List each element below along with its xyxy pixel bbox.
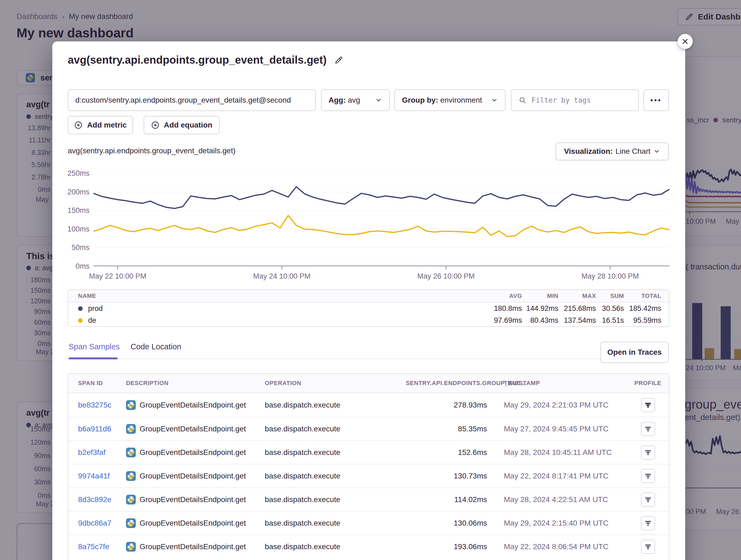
series-min: 80.43ms <box>522 316 558 325</box>
series-summary-table: NAMEAVGMINMAXSUMTOTAL prod180.8ms144.92m… <box>68 290 669 327</box>
profile-button[interactable] <box>641 422 655 436</box>
span-samples-table: SPAN IDDESCRIPTIONOPERATIONSENTRY.API.EN… <box>68 373 669 560</box>
filter-placeholder: Filter by tags <box>532 96 591 104</box>
span-description: GroupEventDetailsEndpoint.get <box>126 542 265 552</box>
search-icon <box>519 96 527 104</box>
summary-row: de97.69ms80.43ms137.54ms16.51s95.59ms <box>68 314 669 326</box>
profiling-icon <box>644 425 652 433</box>
x-axis-tick: May 24 10:00 PM <box>253 272 311 281</box>
samples-column-header: DESCRIPTION <box>126 380 265 387</box>
visualization-dropdown[interactable]: Visualization: Line Chart <box>556 143 669 160</box>
close-icon[interactable] <box>678 34 693 49</box>
samples-column-header: SENTRY.API.ENDPOINTS.GROUP_EVE... <box>406 380 487 387</box>
summary-column-header: MAX <box>558 293 596 300</box>
edit-title-pencil-icon[interactable] <box>334 56 343 65</box>
span-description: GroupEventDetailsEndpoint.get <box>126 448 265 457</box>
x-axis-tick: May 26 10:00 PM <box>417 272 475 281</box>
samples-column-header: PROFILE <box>634 380 669 387</box>
series-avg: 180.8ms <box>487 304 522 313</box>
profile-button[interactable] <box>641 540 655 554</box>
series-total: 95.59ms <box>624 316 661 325</box>
python-icon <box>126 495 136 504</box>
span-duration: 193.06ms <box>406 542 487 551</box>
span-duration: 152.6ms <box>406 448 487 457</box>
span-operation: base.dispatch.execute <box>265 472 406 480</box>
span-operation: base.dispatch.execute <box>265 401 406 409</box>
x-axis-labels: May 22 10:00 PMMay 24 10:00 PMMay 26 10:… <box>93 272 669 282</box>
tab-span-samples[interactable]: Span Samples <box>69 342 120 351</box>
span-duration: 114.02ms <box>406 495 487 504</box>
summary-column-header: AVG <box>487 293 522 300</box>
span-id-link[interactable]: b6a911d6 <box>78 425 112 433</box>
tab-code-location[interactable]: Code Location <box>131 342 181 351</box>
series-sum: 16.51s <box>596 316 624 325</box>
x-axis-tick: May 28 10:00 PM <box>581 272 639 281</box>
span-description: GroupEventDetailsEndpoint.get <box>126 400 265 410</box>
y-axis-tick: 0ms <box>76 262 89 270</box>
span-operation: base.dispatch.execute <box>265 425 406 433</box>
table-row: 9974a41fGroupEventDetailsEndpoint.getbas… <box>68 464 669 487</box>
metric-query-value[interactable] <box>75 96 308 104</box>
span-duration: 85.35ms <box>406 425 487 433</box>
python-icon <box>126 424 136 434</box>
span-operation: base.dispatch.execute <box>265 519 406 528</box>
profile-button[interactable] <box>641 398 655 412</box>
tab-bar: Span Samples Code Location <box>69 342 181 351</box>
table-row: 8d3c892eGroupEventDetailsEndpoint.getbas… <box>68 487 669 511</box>
table-row: b2ef3fafGroupEventDetailsEndpoint.getbas… <box>68 440 669 464</box>
span-description: GroupEventDetailsEndpoint.get <box>126 495 265 504</box>
summary-column-header: SUM <box>596 293 624 300</box>
summary-header-row: NAMEAVGMINMAXSUMTOTAL <box>68 290 669 303</box>
span-timestamp: May 29, 2024 2:21:03 PM UTC <box>487 401 634 409</box>
series-color-dot <box>78 318 83 323</box>
y-axis-tick: 250ms <box>67 169 89 178</box>
samples-column-header: OPERATION <box>265 380 406 387</box>
series-max: 137.54ms <box>558 316 596 325</box>
span-operation: base.dispatch.execute <box>265 495 406 504</box>
python-icon <box>126 518 136 528</box>
active-tab-underline <box>69 357 118 359</box>
span-description: GroupEventDetailsEndpoint.get <box>126 424 265 434</box>
span-timestamp: May 28, 2024 10:45:11 AM UTC <box>487 448 634 457</box>
add-metric-button[interactable]: Add metric <box>68 116 133 134</box>
series-total: 185.42ms <box>624 304 661 313</box>
filter-by-tags-input[interactable]: Filter by tags <box>511 89 639 111</box>
metric-query-input[interactable] <box>68 89 316 111</box>
dashboard-page: Dashboards › My new dashboard My new das… <box>0 0 741 560</box>
span-id-link[interactable]: 9dbc86a7 <box>78 519 112 527</box>
add-equation-button[interactable]: Add equation <box>144 116 219 134</box>
group-by-dropdown[interactable]: Group by: environment <box>394 89 506 111</box>
profiling-icon <box>644 472 652 480</box>
summary-row: prod180.8ms144.92ms215.68ms30.56s185.42m… <box>68 303 669 314</box>
series-sum: 30.56s <box>596 304 624 313</box>
span-timestamp: May 28, 2024 4:22:51 AM UTC <box>487 495 634 504</box>
metric-line-chart[interactable] <box>93 174 669 270</box>
profile-button[interactable] <box>641 516 655 530</box>
profile-button[interactable] <box>641 493 655 507</box>
aggregation-dropdown[interactable]: Agg: avg <box>321 89 390 111</box>
span-id-link[interactable]: 9974a41f <box>78 472 110 480</box>
summary-column-header: TOTAL <box>624 293 661 300</box>
span-description: GroupEventDetailsEndpoint.get <box>126 518 265 528</box>
span-operation: base.dispatch.execute <box>265 448 406 457</box>
x-axis-tick: May 22 10:00 PM <box>89 272 146 281</box>
samples-column-header: TIMESTAMP <box>487 380 634 387</box>
profile-button[interactable] <box>641 469 655 483</box>
samples-column-header: SPAN ID <box>68 380 126 387</box>
series-min: 144.92ms <box>522 304 558 313</box>
span-id-link[interactable]: b2ef3faf <box>78 448 106 457</box>
span-id-link[interactable]: 8a75c7fe <box>78 542 109 551</box>
more-options-button[interactable]: ••• <box>644 89 669 111</box>
y-axis-tick: 50ms <box>72 243 89 252</box>
table-row: b6a911d6GroupEventDetailsEndpoint.getbas… <box>68 417 669 440</box>
span-id-link[interactable]: be83275c <box>78 401 112 409</box>
series-name: de <box>88 316 96 325</box>
span-id-link[interactable]: 8d3c892e <box>78 495 112 504</box>
profile-button[interactable] <box>641 446 655 460</box>
span-timestamp: May 27, 2024 9:45:45 PM UTC <box>487 425 634 433</box>
span-operation: base.dispatch.execute <box>265 542 406 551</box>
summary-column-header: NAME <box>68 293 487 300</box>
table-row: be83275cGroupEventDetailsEndpoint.getbas… <box>68 393 669 417</box>
chevron-down-icon <box>653 148 660 155</box>
open-in-traces-button[interactable]: Open in Traces <box>600 342 669 363</box>
